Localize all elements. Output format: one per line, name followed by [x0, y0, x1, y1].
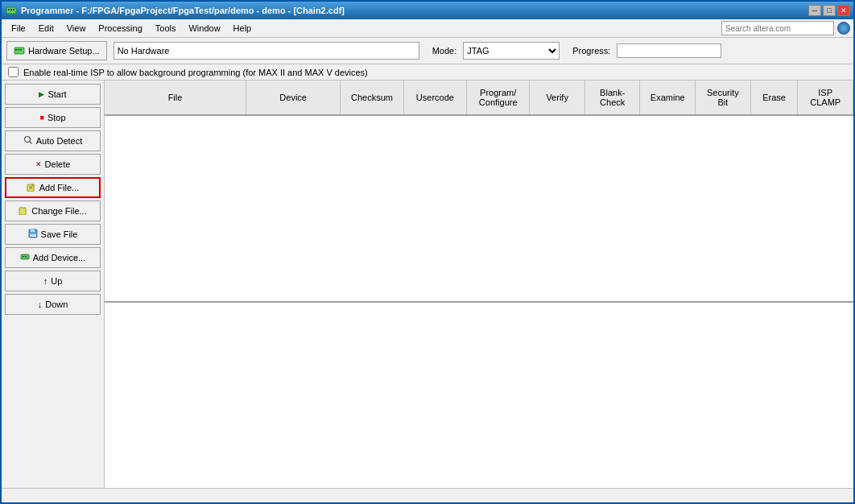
hardware-name-field[interactable]: [114, 42, 419, 60]
stop-button[interactable]: ■ Stop: [5, 107, 101, 128]
minimize-button[interactable]: ─: [808, 5, 821, 16]
menu-processing[interactable]: Processing: [92, 22, 148, 35]
col-header-program: Program/ Configure: [467, 81, 530, 114]
search-input[interactable]: [721, 21, 834, 35]
svg-rect-6: [18, 49, 19, 51]
toolbar-row: Hardware Setup... Mode: JTAG Passive Ser…: [2, 38, 853, 64]
add-device-icon: [20, 252, 30, 263]
col-header-device: Device: [246, 81, 341, 114]
col-header-blank-check: Blank- Check: [585, 81, 641, 114]
svg-rect-2: [10, 9, 12, 10]
isp-row: Enable real-time ISP to allow background…: [2, 64, 853, 81]
add-file-button[interactable]: Add File...: [5, 177, 101, 198]
col-header-isp-clamp: ISP CLAMP: [798, 81, 853, 114]
up-button[interactable]: ↑ Up: [5, 271, 101, 291]
main-window: Programmer - F:/FPGA/FpgaProject/FpgaTes…: [0, 0, 855, 504]
table-body-lower[interactable]: [105, 303, 853, 488]
title-bar: Programmer - F:/FPGA/FpgaProject/FpgaTes…: [2, 2, 853, 19]
title-bar-buttons: ─ □ ✕: [808, 5, 850, 16]
col-header-examine: Examine: [640, 81, 696, 114]
menu-tools[interactable]: Tools: [149, 22, 183, 35]
isp-checkbox[interactable]: [8, 67, 19, 77]
start-button[interactable]: ▶ Start: [5, 84, 101, 105]
add-device-button[interactable]: Add Device...: [5, 247, 101, 268]
table-header: File Device Checksum Usercode Program/ C…: [105, 81, 853, 116]
save-file-button[interactable]: Save File: [5, 224, 101, 245]
auto-detect-icon: [23, 135, 33, 147]
progress-bar: [617, 43, 721, 58]
delete-button[interactable]: ✕ Delete: [5, 154, 101, 175]
col-header-verify: Verify: [530, 81, 585, 114]
svg-rect-20: [25, 256, 27, 258]
svg-point-8: [24, 137, 30, 143]
down-button[interactable]: ↓ Down: [5, 294, 101, 315]
hardware-setup-label: Hardware Setup...: [28, 46, 100, 56]
hardware-icon: [14, 45, 25, 56]
sidebar: ▶ Start ■ Stop Auto Detect ✕ Delete: [2, 81, 105, 488]
svg-line-9: [29, 142, 31, 144]
menu-window[interactable]: Window: [182, 22, 226, 35]
col-header-erase: Erase: [751, 81, 799, 114]
change-file-button[interactable]: Change File...: [5, 200, 101, 221]
svg-rect-7: [20, 49, 22, 51]
menu-view[interactable]: View: [60, 22, 93, 35]
svg-rect-16: [31, 229, 35, 232]
app-icon: [5, 4, 18, 17]
start-icon: ▶: [39, 90, 44, 98]
globe-icon: [837, 22, 850, 35]
main-content: ▶ Start ■ Stop Auto Detect ✕ Delete: [2, 81, 853, 488]
mode-select[interactable]: JTAG Passive Serial Active Serial: [463, 42, 560, 60]
svg-rect-1: [8, 9, 10, 10]
stop-icon: ■: [39, 114, 43, 122]
close-button[interactable]: ✕: [837, 5, 850, 16]
svg-rect-14: [19, 208, 26, 215]
col-header-security-bit: Security Bit: [696, 81, 751, 114]
isp-label: Enable real-time ISP to allow background…: [23, 68, 368, 77]
title-bar-text: Programmer - F:/FPGA/FpgaProject/FpgaTes…: [21, 6, 805, 15]
status-bar: [2, 488, 853, 502]
menu-bar: File Edit View Processing Tools Window H…: [2, 19, 853, 38]
col-header-checksum: Checksum: [341, 81, 403, 114]
search-area: [721, 21, 850, 35]
mode-label: Mode:: [432, 46, 457, 56]
menu-edit[interactable]: Edit: [32, 22, 60, 35]
auto-detect-button[interactable]: Auto Detect: [5, 130, 101, 151]
svg-rect-3: [13, 9, 14, 10]
hardware-setup-button[interactable]: Hardware Setup...: [6, 41, 107, 60]
save-file-icon: [28, 229, 38, 240]
svg-marker-11: [32, 184, 34, 186]
down-icon: ↓: [38, 300, 43, 309]
delete-icon: ✕: [35, 160, 42, 168]
col-header-file: File: [105, 81, 246, 114]
up-icon: ↑: [43, 276, 48, 286]
col-header-usercode: Usercode: [404, 81, 467, 114]
svg-rect-5: [15, 49, 17, 51]
menu-help[interactable]: Help: [227, 22, 258, 35]
content-area: File Device Checksum Usercode Program/ C…: [105, 81, 853, 488]
menu-file[interactable]: File: [5, 22, 32, 35]
table-body-upper[interactable]: [105, 116, 853, 303]
svg-rect-4: [14, 48, 24, 54]
svg-rect-19: [23, 256, 24, 258]
change-file-icon: [19, 205, 28, 217]
maximize-button[interactable]: □: [823, 5, 836, 16]
add-file-icon: [27, 182, 36, 193]
svg-rect-17: [30, 234, 36, 237]
progress-label: Progress:: [572, 46, 610, 56]
